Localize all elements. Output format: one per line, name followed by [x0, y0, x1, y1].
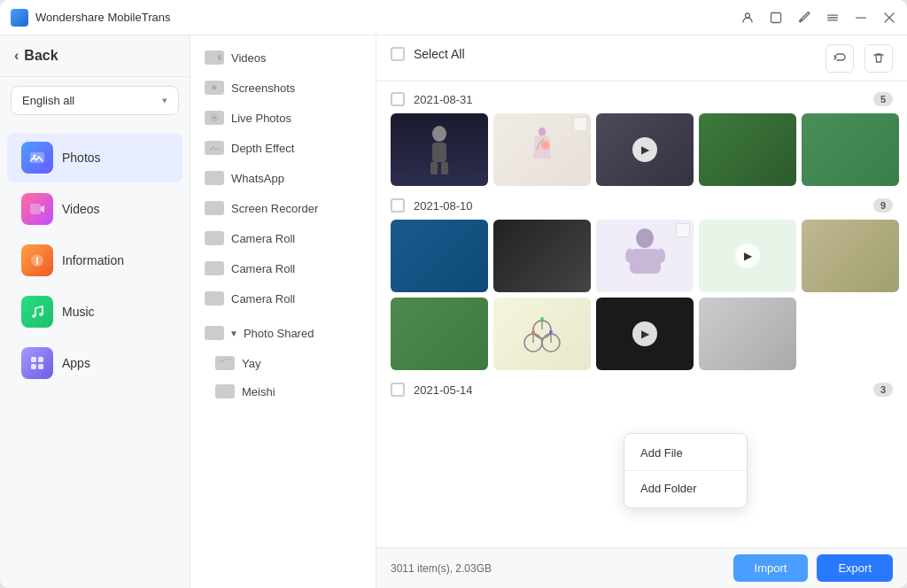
photo-2-select-box[interactable]: [573, 117, 587, 131]
export-button[interactable]: Export: [817, 554, 893, 582]
chevron-down-icon: ▾: [162, 95, 167, 106]
svg-point-47: [540, 317, 544, 321]
svg-point-0: [746, 13, 750, 18]
square-icon[interactable]: [769, 11, 783, 25]
photos-icon: [21, 142, 53, 174]
person-icon[interactable]: [740, 11, 755, 25]
svg-rect-12: [31, 357, 36, 362]
photo-thumb-9[interactable]: ▶: [699, 220, 796, 292]
date-header-3: 2021-05-14 3: [391, 383, 893, 397]
date-label-2: 2021-08-10: [391, 198, 473, 213]
svg-rect-32: [432, 143, 446, 162]
date-section-2: 2021-08-10 9: [391, 198, 893, 370]
photo-1-inner: [391, 113, 488, 186]
photo-9-inner: ▶: [699, 220, 796, 292]
camera-roll-icon-2: [205, 261, 224, 275]
svg-rect-33: [430, 162, 438, 174]
photo-8-select-box[interactable]: [676, 223, 690, 237]
photo-thumb-14[interactable]: [699, 298, 796, 370]
middle-item-live-photos[interactable]: Live Photos: [190, 103, 376, 133]
date-checkbox-2[interactable]: [391, 198, 405, 213]
live-photo-icon: [205, 111, 224, 125]
photo-thumb-5[interactable]: [802, 113, 899, 186]
photo-thumb-3[interactable]: ▶: [596, 113, 694, 186]
middle-item-camera-roll-3[interactable]: Camera Roll: [190, 283, 376, 313]
sidebar-item-videos[interactable]: Videos: [7, 184, 182, 234]
photo-thumb-2[interactable]: [493, 113, 591, 186]
back-label: Back: [24, 48, 58, 64]
middle-panel: Videos Screenshots Live Photos Depth Eff…: [190, 35, 376, 588]
window-controls: [740, 11, 896, 25]
app-icon: [11, 9, 28, 27]
sidebar-items: Photos Videos Information: [0, 124, 190, 588]
status-bar: 3011 item(s), 2.03GB Import Export: [376, 547, 907, 588]
photo-6-inner: [391, 220, 488, 292]
photo-row-2b: ▶: [391, 298, 893, 370]
svg-rect-4: [827, 19, 838, 20]
language-dropdown[interactable]: English all ▾: [11, 86, 179, 115]
photo-shared-section: ▼ Photo Shared Yay Meishi: [190, 313, 376, 413]
toolbar-actions: [826, 44, 893, 73]
photo-thumb-1[interactable]: [391, 113, 488, 186]
svg-point-11: [39, 313, 43, 316]
sidebar-item-information[interactable]: Information: [7, 236, 182, 285]
photo-thumb-11[interactable]: [391, 298, 488, 370]
undo-button[interactable]: [826, 44, 854, 73]
items-count: 3011 item(s), 2.03GB: [391, 562, 492, 575]
photo-row-2a: ▶: [391, 220, 893, 292]
middle-item-screen-recorder[interactable]: Screen Recorder: [190, 193, 376, 223]
delete-button[interactable]: [864, 44, 893, 73]
photo-thumb-12[interactable]: [493, 298, 591, 370]
photo-thumb-7[interactable]: [493, 220, 591, 292]
date-section-3: 2021-05-14 3: [391, 383, 893, 397]
photo-thumb-4[interactable]: [699, 113, 796, 186]
date-label-1: 2021-08-31: [391, 92, 473, 106]
sidebar-item-apps[interactable]: Apps: [7, 338, 182, 388]
add-folder-option[interactable]: Add Folder: [624, 473, 747, 504]
svg-rect-16: [208, 53, 218, 63]
info-icon: [21, 244, 53, 276]
middle-item-videos[interactable]: Videos: [190, 43, 376, 73]
edit-icon[interactable]: [797, 11, 811, 25]
photo-shared-meishi[interactable]: Meishi: [190, 377, 376, 406]
photo-shared-yay[interactable]: Yay: [190, 349, 376, 377]
import-button[interactable]: Import: [733, 554, 809, 582]
sidebar-item-photos[interactable]: Photos: [7, 133, 182, 182]
middle-item-screenshots[interactable]: Screenshots: [190, 73, 376, 103]
photo-10-inner: [802, 220, 899, 292]
main-content: ‹ Back English all ▾ Photos Vid: [0, 35, 907, 588]
svg-rect-14: [31, 364, 36, 369]
photo-shared-header[interactable]: ▼ Photo Shared: [190, 319, 376, 347]
photo-thumb-10[interactable]: [802, 220, 899, 292]
menu-icon[interactable]: [826, 11, 840, 25]
middle-item-camera-roll-2[interactable]: Camera Roll: [190, 253, 376, 283]
date-text-3: 2021-05-14: [414, 383, 473, 397]
svg-rect-8: [30, 204, 41, 214]
status-buttons: Import Export: [733, 554, 893, 582]
sidebar: ‹ Back English all ▾ Photos Vid: [0, 35, 190, 588]
photo-thumb-8[interactable]: [596, 220, 694, 292]
music-icon: [21, 296, 53, 328]
middle-item-whatsapp-label: WhatsApp: [231, 172, 284, 185]
whatsapp-icon: [205, 171, 224, 185]
date-checkbox-1[interactable]: [391, 92, 405, 106]
sidebar-item-music-label: Music: [62, 305, 95, 319]
play-icon-13: ▶: [632, 321, 657, 346]
photo-thumb-13[interactable]: ▶: [596, 298, 694, 370]
photo-shared-meishi-label: Meishi: [242, 385, 275, 398]
sidebar-item-music[interactable]: Music: [7, 287, 182, 337]
add-file-dropdown: Add File Add Folder: [624, 433, 748, 508]
close-icon[interactable]: [882, 11, 896, 25]
svg-rect-28: [208, 329, 221, 338]
back-button[interactable]: ‹ Back: [0, 35, 190, 77]
minimize-icon[interactable]: [854, 11, 868, 25]
date-checkbox-3[interactable]: [391, 383, 405, 397]
photo-thumb-6[interactable]: [391, 220, 488, 292]
svg-point-36: [541, 141, 550, 150]
svg-rect-5: [856, 17, 866, 18]
middle-item-camera-roll-1[interactable]: Camera Roll: [190, 223, 376, 253]
middle-item-whatsapp[interactable]: WhatsApp: [190, 163, 376, 193]
add-file-option[interactable]: Add File: [624, 437, 747, 468]
select-all-checkbox[interactable]: [391, 47, 405, 61]
middle-item-depth-effect[interactable]: Depth Effect: [190, 133, 376, 163]
